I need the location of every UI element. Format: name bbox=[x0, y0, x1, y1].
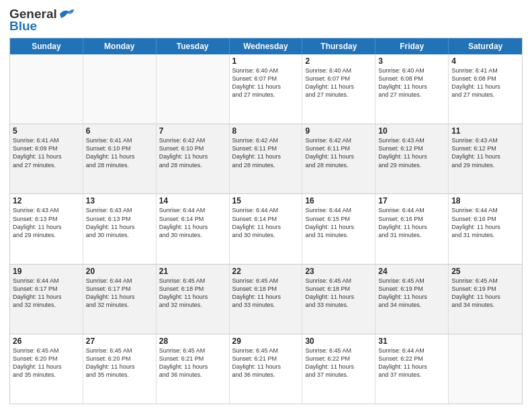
logo-bird-icon bbox=[58, 7, 76, 21]
day-info: Sunrise: 6:45 AM Sunset: 6:18 PM Dayligh… bbox=[159, 277, 226, 310]
day-info: Sunrise: 6:40 AM Sunset: 6:07 PM Dayligh… bbox=[232, 66, 300, 99]
day-info: Sunrise: 6:44 AM Sunset: 6:22 PM Dayligh… bbox=[378, 347, 445, 379]
calendar-day-26: 26Sunrise: 6:45 AM Sunset: 6:20 PM Dayli… bbox=[10, 334, 83, 404]
calendar-day-16: 16Sunrise: 6:44 AM Sunset: 6:15 PM Dayli… bbox=[302, 194, 375, 263]
day-number: 22 bbox=[232, 267, 300, 276]
day-number: 15 bbox=[232, 196, 300, 205]
day-number: 21 bbox=[159, 267, 226, 276]
calendar-day-12: 12Sunrise: 6:43 AM Sunset: 6:13 PM Dayli… bbox=[10, 194, 83, 263]
logo: General Blue bbox=[9, 7, 76, 34]
calendar-day-5: 5Sunrise: 6:41 AM Sunset: 6:09 PM Daylig… bbox=[10, 124, 83, 193]
day-info: Sunrise: 6:40 AM Sunset: 6:08 PM Dayligh… bbox=[378, 66, 445, 99]
day-number: 12 bbox=[13, 196, 80, 205]
day-info: Sunrise: 6:45 AM Sunset: 6:20 PM Dayligh… bbox=[86, 347, 153, 379]
day-info: Sunrise: 6:44 AM Sunset: 6:17 PM Dayligh… bbox=[86, 277, 153, 310]
day-info: Sunrise: 6:44 AM Sunset: 6:16 PM Dayligh… bbox=[451, 206, 519, 239]
day-info: Sunrise: 6:40 AM Sunset: 6:07 PM Dayligh… bbox=[305, 66, 372, 99]
calendar-day-15: 15Sunrise: 6:44 AM Sunset: 6:14 PM Dayli… bbox=[230, 194, 303, 263]
day-number: 13 bbox=[86, 196, 153, 205]
day-number: 2 bbox=[305, 56, 372, 66]
calendar-day-7: 7Sunrise: 6:42 AM Sunset: 6:10 PM Daylig… bbox=[157, 124, 230, 193]
day-number: 1 bbox=[232, 56, 300, 66]
calendar-day-27: 27Sunrise: 6:45 AM Sunset: 6:20 PM Dayli… bbox=[83, 334, 157, 404]
day-number: 20 bbox=[86, 267, 153, 276]
day-number: 17 bbox=[378, 196, 445, 205]
day-number: 10 bbox=[378, 126, 445, 136]
calendar-day-empty bbox=[449, 334, 522, 404]
calendar-day-8: 8Sunrise: 6:42 AM Sunset: 6:11 PM Daylig… bbox=[230, 124, 303, 193]
day-number: 19 bbox=[13, 267, 80, 276]
calendar-day-29: 29Sunrise: 6:45 AM Sunset: 6:21 PM Dayli… bbox=[230, 334, 303, 404]
day-info: Sunrise: 6:43 AM Sunset: 6:13 PM Dayligh… bbox=[86, 206, 153, 239]
day-info: Sunrise: 6:45 AM Sunset: 6:20 PM Dayligh… bbox=[13, 347, 80, 379]
day-info: Sunrise: 6:45 AM Sunset: 6:18 PM Dayligh… bbox=[232, 277, 300, 310]
day-number: 18 bbox=[451, 196, 519, 205]
day-number: 16 bbox=[305, 196, 372, 205]
calendar-day-11: 11Sunrise: 6:43 AM Sunset: 6:12 PM Dayli… bbox=[449, 124, 522, 193]
calendar-day-empty bbox=[157, 54, 230, 124]
day-info: Sunrise: 6:45 AM Sunset: 6:19 PM Dayligh… bbox=[378, 277, 445, 310]
calendar-day-2: 2Sunrise: 6:40 AM Sunset: 6:07 PM Daylig… bbox=[302, 54, 375, 124]
calendar-day-empty bbox=[83, 54, 157, 124]
day-number: 4 bbox=[451, 56, 519, 66]
calendar-day-30: 30Sunrise: 6:45 AM Sunset: 6:22 PM Dayli… bbox=[302, 334, 375, 404]
day-header-tuesday: Tuesday bbox=[157, 38, 230, 54]
day-header-thursday: Thursday bbox=[302, 38, 375, 54]
day-number: 31 bbox=[378, 336, 445, 346]
day-info: Sunrise: 6:44 AM Sunset: 6:14 PM Dayligh… bbox=[159, 206, 226, 239]
calendar-day-19: 19Sunrise: 6:44 AM Sunset: 6:17 PM Dayli… bbox=[10, 265, 83, 334]
calendar-day-24: 24Sunrise: 6:45 AM Sunset: 6:19 PM Dayli… bbox=[375, 265, 449, 334]
day-info: Sunrise: 6:43 AM Sunset: 6:12 PM Dayligh… bbox=[451, 136, 519, 169]
calendar-day-18: 18Sunrise: 6:44 AM Sunset: 6:16 PM Dayli… bbox=[449, 194, 522, 263]
day-info: Sunrise: 6:44 AM Sunset: 6:15 PM Dayligh… bbox=[305, 206, 372, 239]
calendar-day-10: 10Sunrise: 6:43 AM Sunset: 6:12 PM Dayli… bbox=[375, 124, 449, 193]
calendar-header: SundayMondayTuesdayWednesdayThursdayFrid… bbox=[10, 38, 522, 54]
day-number: 5 bbox=[13, 126, 80, 136]
day-info: Sunrise: 6:45 AM Sunset: 6:21 PM Dayligh… bbox=[159, 347, 226, 379]
day-info: Sunrise: 6:45 AM Sunset: 6:21 PM Dayligh… bbox=[232, 347, 300, 379]
day-number: 29 bbox=[232, 336, 300, 346]
calendar-day-31: 31Sunrise: 6:44 AM Sunset: 6:22 PM Dayli… bbox=[375, 334, 449, 404]
day-number: 27 bbox=[86, 336, 153, 346]
day-info: Sunrise: 6:41 AM Sunset: 6:10 PM Dayligh… bbox=[86, 136, 153, 169]
day-number: 6 bbox=[86, 126, 153, 136]
day-info: Sunrise: 6:41 AM Sunset: 6:09 PM Dayligh… bbox=[13, 136, 80, 169]
day-number: 9 bbox=[305, 126, 372, 136]
calendar: SundayMondayTuesdayWednesdayThursdayFrid… bbox=[9, 38, 523, 404]
day-number: 7 bbox=[159, 126, 226, 136]
calendar-day-empty bbox=[10, 54, 83, 124]
day-info: Sunrise: 6:41 AM Sunset: 6:08 PM Dayligh… bbox=[451, 66, 519, 99]
calendar-day-9: 9Sunrise: 6:42 AM Sunset: 6:11 PM Daylig… bbox=[302, 124, 375, 193]
calendar-week-4: 19Sunrise: 6:44 AM Sunset: 6:17 PM Dayli… bbox=[10, 264, 522, 334]
day-info: Sunrise: 6:45 AM Sunset: 6:18 PM Dayligh… bbox=[305, 277, 372, 310]
day-number: 28 bbox=[159, 336, 226, 346]
day-number: 8 bbox=[232, 126, 300, 136]
day-info: Sunrise: 6:43 AM Sunset: 6:13 PM Dayligh… bbox=[13, 206, 80, 239]
day-info: Sunrise: 6:44 AM Sunset: 6:14 PM Dayligh… bbox=[232, 206, 300, 239]
calendar-day-3: 3Sunrise: 6:40 AM Sunset: 6:08 PM Daylig… bbox=[375, 54, 449, 124]
day-number: 24 bbox=[378, 267, 445, 276]
day-info: Sunrise: 6:42 AM Sunset: 6:10 PM Dayligh… bbox=[159, 136, 226, 169]
calendar-day-25: 25Sunrise: 6:45 AM Sunset: 6:19 PM Dayli… bbox=[449, 265, 522, 334]
calendar-day-21: 21Sunrise: 6:45 AM Sunset: 6:18 PM Dayli… bbox=[157, 265, 230, 334]
header: General Blue bbox=[9, 7, 523, 34]
day-number: 30 bbox=[305, 336, 372, 346]
calendar-day-20: 20Sunrise: 6:44 AM Sunset: 6:17 PM Dayli… bbox=[83, 265, 157, 334]
day-header-monday: Monday bbox=[83, 38, 157, 54]
calendar-day-28: 28Sunrise: 6:45 AM Sunset: 6:21 PM Dayli… bbox=[157, 334, 230, 404]
calendar-day-1: 1Sunrise: 6:40 AM Sunset: 6:07 PM Daylig… bbox=[230, 54, 303, 124]
page: General Blue SundayMondayTuesdayWednesda… bbox=[0, 0, 532, 411]
calendar-week-5: 26Sunrise: 6:45 AM Sunset: 6:20 PM Dayli… bbox=[10, 334, 522, 404]
calendar-day-23: 23Sunrise: 6:45 AM Sunset: 6:18 PM Dayli… bbox=[302, 265, 375, 334]
calendar-day-4: 4Sunrise: 6:41 AM Sunset: 6:08 PM Daylig… bbox=[449, 54, 522, 124]
day-info: Sunrise: 6:45 AM Sunset: 6:22 PM Dayligh… bbox=[305, 347, 372, 379]
calendar-week-2: 5Sunrise: 6:41 AM Sunset: 6:09 PM Daylig… bbox=[10, 124, 522, 193]
day-info: Sunrise: 6:42 AM Sunset: 6:11 PM Dayligh… bbox=[305, 136, 372, 169]
calendar-day-17: 17Sunrise: 6:44 AM Sunset: 6:16 PM Dayli… bbox=[375, 194, 449, 263]
calendar-body: 1Sunrise: 6:40 AM Sunset: 6:07 PM Daylig… bbox=[10, 54, 522, 404]
day-number: 23 bbox=[305, 267, 372, 276]
day-number: 14 bbox=[159, 196, 226, 205]
day-info: Sunrise: 6:44 AM Sunset: 6:17 PM Dayligh… bbox=[13, 277, 80, 310]
calendar-day-14: 14Sunrise: 6:44 AM Sunset: 6:14 PM Dayli… bbox=[157, 194, 230, 263]
day-info: Sunrise: 6:44 AM Sunset: 6:16 PM Dayligh… bbox=[378, 206, 445, 239]
